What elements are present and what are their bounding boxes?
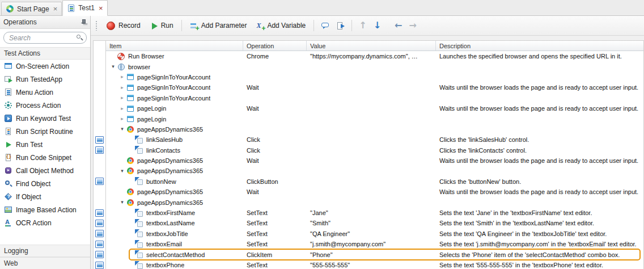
visualizer-thumbnail-cell[interactable] [94, 176, 105, 187]
test-step-row[interactable]: textboxFirstNameSetText"Jane"Sets the te… [106, 208, 643, 218]
test-step-row[interactable]: linkSalesHubClickClicks the 'linkSalesHu… [106, 134, 643, 145]
search-input[interactable] [3, 32, 87, 44]
expand-expander-icon[interactable]: ▸ [118, 116, 126, 121]
add-variable-button[interactable]: Add Variable [252, 20, 310, 32]
sidebar-item-label: Run Keyword Test [16, 115, 71, 123]
test-step-row[interactable]: linkContactsClickClicks the 'linkContact… [106, 145, 643, 155]
value-cell: "555-555-555" [307, 262, 436, 268]
visualizer-thumbnail-cell[interactable] [94, 134, 105, 145]
test-step-row[interactable]: ▾pageAppsDynamics365 [106, 197, 643, 207]
test-step-row[interactable]: textboxPhoneSetText"555-555-555"Sets the… [106, 260, 643, 269]
sidebar-item-on-screen-action[interactable]: On-Screen Action [0, 60, 90, 73]
add-parameter-button[interactable]: Add Parameter [186, 20, 251, 32]
visualizer-empty-cell [94, 72, 105, 82]
test-step-row[interactable]: ▾pageAppsDynamics365 [106, 124, 643, 134]
visualizer-thumbnail-icon[interactable] [95, 146, 104, 154]
visualizer-thumbnail-cell[interactable] [94, 260, 105, 269]
sidebar-item-image-based-action[interactable]: Image Based Action [0, 203, 90, 216]
add-checkpoint-button[interactable] [333, 20, 348, 32]
move-right-button[interactable]: → [406, 19, 419, 32]
move-left-button[interactable]: ← [392, 19, 405, 32]
expand-expander-icon[interactable]: ▸ [118, 74, 126, 79]
pin-icon[interactable] [80, 19, 87, 26]
tree-indent [109, 265, 128, 266]
close-tab-icon[interactable]: × [53, 5, 58, 12]
group-header-logging[interactable]: Logging [0, 245, 90, 257]
item-cell: ▸pageSignInToYourAccount [106, 94, 243, 102]
expand-expander-icon[interactable]: ▸ [118, 95, 126, 100]
test-step-row[interactable]: textboxLastNameSetText"Smith"Sets the te… [106, 218, 643, 228]
item-label: buttonNew [146, 178, 176, 185]
test-step-row[interactable]: selectContactMethodClickItem"Phone"Selec… [106, 249, 643, 259]
item-cell: pageAppsDynamics365 [106, 157, 243, 165]
collapse-expander-icon[interactable]: ▾ [118, 200, 126, 205]
move-up-button[interactable]: ↑ [356, 19, 369, 32]
visualizer-empty-cell [94, 51, 105, 61]
visualizer-thumbnail-icon[interactable] [95, 178, 104, 186]
visualizer-thumbnail-cell[interactable] [94, 218, 105, 228]
run-icon [150, 22, 158, 30]
expand-expander-icon[interactable]: ▸ [118, 85, 126, 90]
find-object-icon [4, 179, 12, 188]
sidebar-item-run-script-routine[interactable]: Run Script Routine [0, 125, 90, 138]
test-step-row[interactable]: ▸pageLogin [106, 114, 643, 124]
run-button[interactable]: Run [146, 20, 177, 32]
page-icon [126, 73, 134, 81]
collapse-expander-icon[interactable]: ▾ [109, 64, 117, 69]
tab-test1[interactable]: Test1 × [62, 0, 107, 16]
toolbar-grip[interactable] [95, 20, 98, 31]
test-step-row[interactable]: buttonNewClickButtonClicks the 'buttonNe… [106, 176, 643, 187]
test-step-row[interactable]: textboxEmailSetText"j.smith@mycompany.co… [106, 239, 643, 249]
sidebar-item-run-testedapp[interactable]: Run TestedApp [0, 73, 90, 86]
visualizer-thumbnail-cell[interactable] [94, 249, 105, 259]
collapse-expander-icon[interactable]: ▾ [118, 127, 126, 132]
visualizer-thumbnail-cell[interactable] [94, 145, 105, 155]
collapse-expander-icon[interactable]: ▾ [118, 169, 126, 174]
sidebar-item-label: Find Object [16, 180, 50, 188]
sidebar-item-process-action[interactable]: Process Action [0, 99, 90, 112]
group-header-test-actions[interactable]: Test Actions [0, 47, 90, 60]
visualizer-thumbnail-cell[interactable] [94, 229, 105, 239]
test-step-row[interactable]: pageAppsDynamics365WaitWaits until the b… [106, 155, 643, 166]
record-button[interactable]: Record [102, 19, 145, 32]
visualizer-thumbnail-icon[interactable] [95, 240, 104, 248]
sidebar-item-find-object[interactable]: Find Object [0, 177, 90, 190]
visualizer-thumbnail-icon[interactable] [95, 219, 104, 227]
visualizer-thumbnail-icon[interactable] [95, 209, 104, 217]
sidebar-item-ocr-action[interactable]: OCR Action [0, 216, 90, 229]
sidebar-item-label: On-Screen Action [16, 62, 69, 70]
visualizer-thumbnail-icon[interactable] [95, 230, 104, 238]
test-step-row[interactable]: ▾browser [106, 61, 643, 72]
sidebar-item-run-code-snippet[interactable]: Run Code Snippet [0, 151, 90, 164]
sidebar-item-call-object-method[interactable]: Call Object Method [0, 164, 90, 177]
item-cell: textboxPhone [106, 261, 243, 269]
test-step-row[interactable]: ▸pageSignInToYourAccount [106, 93, 643, 103]
visualizer-thumbnail-icon[interactable] [95, 261, 104, 269]
visualizer-thumbnail-icon[interactable] [95, 136, 104, 144]
visualizer-thumbnail-icon[interactable] [95, 251, 104, 259]
group-header-web[interactable]: Web [0, 257, 90, 269]
item-cell: ▾pageAppsDynamics365 [106, 167, 243, 175]
test-step-row[interactable]: ▸pageLoginWaitWaits until the browser lo… [106, 103, 643, 114]
tab-start-page[interactable]: Start Page × [1, 2, 62, 15]
test-step-row[interactable]: textboxJobTitleSetText"QA Engineer"Sets … [106, 229, 643, 239]
test-step-row[interactable]: ▸pageSignInToYourAccountWaitWaits until … [106, 82, 643, 93]
expand-expander-icon[interactable]: ▸ [118, 106, 126, 111]
sidebar-item-run-test[interactable]: Run Test [0, 138, 90, 151]
action-icon [135, 240, 143, 249]
test-step-row[interactable]: ▾pageAppsDynamics365 [106, 166, 643, 176]
visualizer-thumbnail-cell[interactable] [94, 208, 105, 218]
visualizer-thumbnail-cell[interactable] [94, 239, 105, 249]
run-browser-icon [117, 52, 125, 61]
test-step-row[interactable]: Run BrowserChrome"https://mycompany.dyna… [106, 51, 643, 61]
test-step-row[interactable]: ▸pageSignInToYourAccount [106, 72, 643, 82]
move-down-button[interactable]: ↓ [371, 19, 384, 32]
sidebar-item-if-object[interactable]: If Object [0, 190, 90, 203]
sidebar-item-menu-action[interactable]: Menu Action [0, 86, 90, 99]
value-cell: "QA Engineer" [307, 230, 436, 237]
add-comment-button[interactable] [318, 20, 332, 32]
test-step-row[interactable]: pageAppsDynamics365WaitWaits until the b… [106, 187, 643, 197]
item-cell: textboxEmail [106, 240, 243, 249]
sidebar-item-run-keyword-test[interactable]: Run Keyword Test [0, 112, 90, 125]
close-tab-icon[interactable]: × [99, 5, 103, 12]
